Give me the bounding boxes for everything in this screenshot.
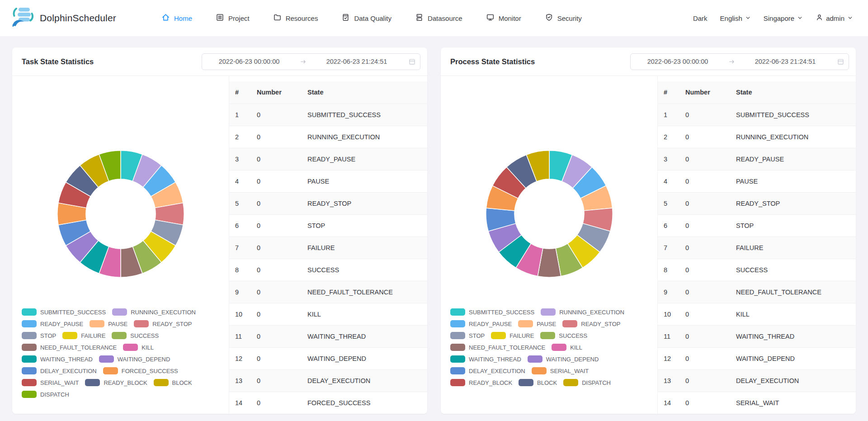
theme-toggle[interactable]: Dark: [690, 14, 711, 22]
cell-index: 11: [229, 325, 251, 347]
cell-number: 0: [679, 369, 730, 392]
legend-label: STOP: [40, 332, 56, 339]
legend-item[interactable]: DISPATCH: [22, 391, 69, 398]
cell-state: DELAY_EXECUTION: [730, 369, 856, 392]
cell-index: 2: [229, 126, 251, 148]
user-menu[interactable]: admin: [812, 14, 856, 23]
legend-color-swatch: [541, 308, 556, 316]
legend-color-swatch: [450, 320, 465, 327]
legend-item[interactable]: READY_PAUSE: [22, 320, 83, 327]
nav-item-project[interactable]: Project: [204, 0, 261, 36]
date-end-input[interactable]: 2022-06-23 21:24:51: [310, 58, 404, 65]
legend-item[interactable]: READY_BLOCK: [450, 379, 512, 386]
nav-item-monitor[interactable]: Monitor: [474, 0, 533, 36]
legend-label: READY_PAUSE: [469, 321, 512, 327]
legend-label: KILL: [142, 344, 154, 351]
legend-item[interactable]: RUNNING_EXECUTION: [541, 308, 624, 316]
legend-item[interactable]: WAITING_DEPEND: [528, 355, 599, 363]
legend-item[interactable]: READY_STOP: [134, 320, 192, 327]
cell-state: DELAY_EXECUTION: [302, 369, 427, 392]
legend-item[interactable]: PAUSE: [518, 320, 556, 327]
home-icon: [161, 13, 170, 23]
legend-item[interactable]: WAITING_THREAD: [450, 355, 521, 363]
legend-item[interactable]: WAITING_THREAD: [22, 355, 93, 363]
legend-color-swatch: [22, 391, 37, 398]
legend-item[interactable]: SUBMITTED_SUCCESS: [22, 308, 106, 316]
legend-item[interactable]: SUCCESS: [540, 332, 587, 339]
legend-label: READY_BLOCK: [104, 379, 147, 386]
folder-icon: [273, 13, 282, 23]
cell-index: 1: [658, 104, 679, 126]
nav-item-datasource[interactable]: Datasource: [403, 0, 474, 36]
legend-label: SUCCESS: [130, 332, 159, 339]
card-title: Task State Statistics: [22, 57, 94, 66]
date-range-picker[interactable]: 2022-06-23 00:00:00 2022-06-23 21:24:51: [630, 53, 849, 70]
legend-item[interactable]: WAITING_DEPEND: [99, 355, 170, 363]
cell-index: 8: [229, 259, 251, 281]
legend-color-swatch: [123, 344, 138, 351]
legend-item[interactable]: FORCED_SUCCESS: [103, 367, 178, 374]
legend-label: PAUSE: [108, 321, 127, 327]
cell-number: 0: [251, 126, 302, 148]
cell-state: SUCCESS: [730, 259, 856, 281]
cell-state: SUCCESS: [302, 259, 427, 281]
date-range-picker[interactable]: 2022-06-23 00:00:00 2022-06-23 21:24:51: [202, 53, 420, 70]
legend-item[interactable]: DISPATCH: [563, 379, 611, 386]
legend-item[interactable]: STOP: [22, 332, 56, 339]
timezone-select[interactable]: Singapore: [760, 14, 806, 22]
cell-state: FAILURE: [730, 237, 856, 259]
nav-item-data-quality[interactable]: Data Quality: [330, 0, 403, 36]
calendar-icon[interactable]: [404, 58, 420, 66]
cell-state: FORCED_SUCCESS: [302, 392, 427, 414]
date-start-input[interactable]: 2022-06-23 00:00:00: [202, 58, 296, 65]
legend-item[interactable]: SUBMITTED_SUCCESS: [450, 308, 534, 316]
legend-item[interactable]: READY_BLOCK: [85, 379, 147, 386]
legend-item[interactable]: PAUSE: [90, 320, 127, 327]
nav-item-home[interactable]: Home: [150, 0, 204, 36]
table-row: 10 0 KILL: [658, 303, 856, 325]
table-header-row: # Number State: [658, 81, 856, 104]
legend-item[interactable]: RUNNING_EXECUTION: [112, 308, 196, 316]
cell-number: 0: [251, 170, 302, 192]
language-select[interactable]: English: [717, 14, 754, 22]
legend-item[interactable]: SERIAL_WAIT: [532, 367, 589, 374]
nav-label: Security: [557, 14, 582, 22]
brand[interactable]: DolphinScheduler: [12, 5, 116, 31]
legend-label: KILL: [570, 344, 582, 351]
calendar-icon[interactable]: [832, 58, 849, 66]
cell-number: 0: [251, 325, 302, 347]
legend-item[interactable]: FAILURE: [491, 332, 534, 339]
legend-color-swatch: [563, 379, 578, 386]
process-card-body: SUBMITTED_SUCCESS RUNNING_EXECUTION READ…: [441, 76, 856, 414]
nav-label: Datasource: [428, 14, 462, 22]
date-start-input[interactable]: 2022-06-23 00:00:00: [631, 58, 725, 65]
legend-item[interactable]: NEED_FAULT_TOLERANCE: [450, 344, 545, 351]
date-end-input[interactable]: 2022-06-23 21:24:51: [738, 58, 832, 65]
nav-item-resources[interactable]: Resources: [261, 0, 330, 36]
cell-number: 0: [251, 192, 302, 214]
legend-item[interactable]: DELAY_EXECUTION: [22, 367, 97, 374]
process-chart-legend: SUBMITTED_SUCCESS RUNNING_EXECUTION READ…: [450, 308, 655, 386]
legend-color-swatch: [103, 367, 118, 374]
legend-item[interactable]: READY_STOP: [562, 320, 620, 327]
timezone-value: Singapore: [764, 14, 794, 22]
legend-item[interactable]: SUCCESS: [112, 332, 159, 339]
legend-item[interactable]: STOP: [450, 332, 485, 339]
cell-index: 12: [658, 347, 679, 369]
nav-item-security[interactable]: Security: [533, 0, 594, 36]
cell-number: 0: [679, 392, 730, 414]
data-quality-icon: [341, 13, 350, 23]
legend-item[interactable]: DELAY_EXECUTION: [450, 367, 525, 374]
legend-label: WAITING_DEPEND: [118, 356, 170, 363]
legend-item[interactable]: SERIAL_WAIT: [22, 379, 79, 386]
cell-number: 0: [679, 237, 730, 259]
cell-index: 12: [229, 347, 251, 369]
legend-item[interactable]: FAILURE: [62, 332, 105, 339]
legend-item[interactable]: KILL: [552, 344, 582, 351]
legend-item[interactable]: BLOCK: [519, 379, 557, 386]
legend-item[interactable]: KILL: [123, 344, 154, 351]
legend-item[interactable]: BLOCK: [154, 379, 192, 386]
legend-item[interactable]: NEED_FAULT_TOLERANCE: [22, 344, 117, 351]
legend-color-swatch: [112, 332, 127, 339]
legend-item[interactable]: READY_PAUSE: [450, 320, 512, 327]
